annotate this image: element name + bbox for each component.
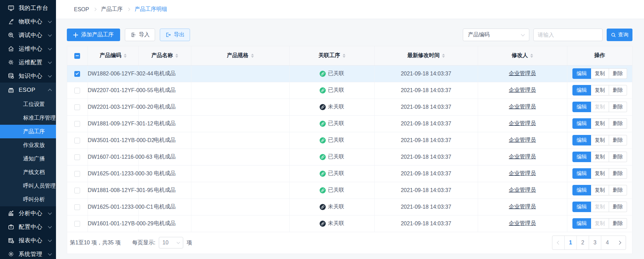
row-checkbox[interactable] <box>74 104 80 110</box>
delete-button[interactable]: 删除 <box>609 185 627 195</box>
copy-button[interactable]: 复制 <box>591 135 609 145</box>
sort-icon[interactable] <box>442 54 445 58</box>
edit-button[interactable]: 编辑 <box>572 102 591 112</box>
search-input[interactable] <box>533 29 603 41</box>
modifier-link[interactable]: 企业管理员 <box>509 104 536 109</box>
delete-button[interactable]: 删除 <box>609 218 627 229</box>
copy-button[interactable]: 复制 <box>591 85 609 96</box>
export-button-label: 导出 <box>174 31 185 38</box>
next-page-button[interactable] <box>613 236 626 249</box>
page-button[interactable]: 3 <box>589 236 601 249</box>
sort-icon[interactable] <box>251 54 254 58</box>
delete-button[interactable]: 删除 <box>609 202 627 212</box>
row-checkbox[interactable] <box>74 154 80 160</box>
row-checkbox[interactable] <box>74 88 80 93</box>
sort-icon[interactable] <box>175 54 178 58</box>
column-header-link-status: 关联工序 <box>319 52 340 59</box>
sidebar-item-knowledge[interactable]: 知识中心 <box>0 69 56 83</box>
import-button[interactable]: 导入 <box>125 29 155 41</box>
sidebar-subitem-line-docs[interactable]: 产线文档 <box>0 166 56 179</box>
table-row: DW1881-008-12YF-301-95 电机成品 已关联 2021-09-… <box>67 182 632 198</box>
sidebar-item-ops[interactable]: 运维中心 <box>0 42 56 55</box>
copy-button[interactable]: 复制 <box>591 185 609 195</box>
modifier-link[interactable]: 企业管理员 <box>509 120 536 126</box>
row-checkbox[interactable] <box>74 138 80 143</box>
sidebar-item-config[interactable]: 配置中心 <box>0 220 56 234</box>
modifier-link[interactable]: 企业管理员 <box>509 204 536 209</box>
delete-button[interactable]: 删除 <box>609 118 627 129</box>
modifier-link[interactable]: 企业管理员 <box>509 154 536 159</box>
modified-time: 2021-09-18 14:03:37 <box>401 154 451 160</box>
edit-button[interactable]: 编辑 <box>572 152 591 162</box>
sidebar-item-ops-config[interactable]: 运维配置 <box>0 55 56 69</box>
sidebar-item-workbench[interactable]: 我的工作台 <box>0 1 56 15</box>
edit-button[interactable]: 编辑 <box>572 185 591 195</box>
page-button[interactable]: 1 <box>565 236 577 249</box>
sidebar-item-analysis[interactable]: 分析中心 <box>0 206 56 220</box>
prev-page-button[interactable] <box>552 236 565 249</box>
delete-button[interactable]: 删除 <box>609 68 627 79</box>
copy-button[interactable]: 复制 <box>591 168 609 179</box>
edit-button[interactable]: 编辑 <box>572 135 591 145</box>
per-page-select[interactable]: 10 <box>159 237 183 248</box>
delete-button[interactable]: 删除 <box>609 168 627 179</box>
copy-button[interactable]: 复制 <box>591 118 609 129</box>
modifier-link[interactable]: 企业管理员 <box>509 170 536 176</box>
copy-button[interactable]: 复制 <box>591 218 609 229</box>
sort-icon[interactable] <box>530 54 533 58</box>
sidebar-item-report[interactable]: 报表中心 <box>0 234 56 247</box>
delete-button[interactable]: 删除 <box>609 152 627 162</box>
sort-icon[interactable] <box>124 54 127 58</box>
page-button[interactable]: 4 <box>601 236 613 249</box>
modifier-link[interactable]: 企业管理员 <box>509 220 536 226</box>
modifier-link[interactable]: 企业管理员 <box>509 87 536 93</box>
table-row: DW1607-001-1216-000-63 电机成品 已关联 2021-09-… <box>67 149 632 165</box>
sort-icon[interactable] <box>343 54 345 58</box>
modifier-link[interactable]: 企业管理员 <box>509 187 536 193</box>
copy-button[interactable]: 复制 <box>591 102 609 112</box>
breadcrumb-item-esop[interactable]: ESOP <box>74 6 89 13</box>
row-checkbox[interactable] <box>74 188 80 193</box>
sidebar-subitem-call-analysis[interactable]: 呼叫分析 <box>0 193 56 206</box>
delete-button[interactable]: 删除 <box>609 135 627 145</box>
breadcrumb-item-product-process[interactable]: 产品工序 <box>101 6 122 13</box>
sidebar-subitem-job-release[interactable]: 作业发放 <box>0 138 56 152</box>
copy-button[interactable]: 复制 <box>591 152 609 162</box>
page-button[interactable]: 2 <box>577 236 589 249</box>
sidebar-item-esop[interactable]: ESOP ESOP <box>0 83 56 98</box>
sidebar-subitem-call-staff[interactable]: 呼叫人员管理 <box>0 179 56 193</box>
select-all-checkbox[interactable] <box>74 53 80 59</box>
edit-button[interactable]: 编辑 <box>572 68 591 79</box>
sidebar-item-iot[interactable]: 物联中心 <box>0 15 56 28</box>
edit-button[interactable]: 编辑 <box>572 168 591 179</box>
delete-button[interactable]: 删除 <box>609 85 627 96</box>
row-checkbox[interactable] <box>74 221 80 227</box>
sidebar-item-system[interactable]: 系统管理 <box>0 247 56 259</box>
link-icon <box>320 121 326 127</box>
search-field-select[interactable]: 产品编码 <box>463 29 529 41</box>
export-button[interactable]: 导出 <box>160 29 190 41</box>
link-status-label: 已关联 <box>328 87 344 94</box>
column-header-product-code: 产品编码 <box>100 52 121 59</box>
row-checkbox[interactable] <box>74 121 80 127</box>
product-name: 电机成品 <box>154 137 176 143</box>
sidebar-item-debug[interactable]: 调试中心 <box>0 28 56 42</box>
edit-button[interactable]: 编辑 <box>572 202 591 212</box>
sidebar-subitem-product-process[interactable]: 产品工序 <box>0 125 56 138</box>
delete-button[interactable]: 删除 <box>609 102 627 112</box>
row-checkbox[interactable] <box>74 71 80 77</box>
copy-button[interactable]: 复制 <box>591 68 609 79</box>
edit-button[interactable]: 编辑 <box>572 118 591 129</box>
modifier-link[interactable]: 企业管理员 <box>509 137 536 143</box>
row-checkbox[interactable] <box>74 204 80 210</box>
edit-button[interactable]: 编辑 <box>572 85 591 96</box>
query-button[interactable]: 查询 <box>607 29 632 41</box>
copy-button[interactable]: 复制 <box>591 202 609 212</box>
sidebar-subitem-station-setup[interactable]: 工位设置 <box>0 98 56 111</box>
sidebar-subitem-standard-process[interactable]: 标准工序管理 <box>0 111 56 125</box>
add-product-process-button[interactable]: 添加产品工序 <box>67 29 120 41</box>
row-checkbox[interactable] <box>74 171 80 177</box>
edit-button[interactable]: 编辑 <box>572 218 591 229</box>
sidebar-subitem-notice-broadcast[interactable]: 通知广播 <box>0 152 56 166</box>
modifier-link[interactable]: 企业管理员 <box>509 70 536 76</box>
